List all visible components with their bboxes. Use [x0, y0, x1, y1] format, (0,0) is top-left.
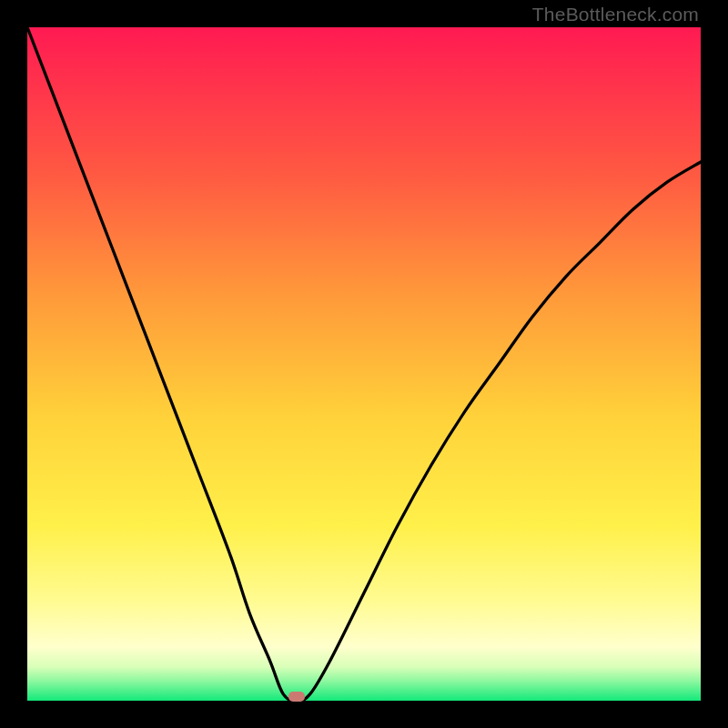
watermark-text: TheBottleneck.com	[532, 4, 699, 25]
svg-rect-0	[27, 27, 701, 701]
plot-background-gradient	[27, 27, 701, 701]
minimum-marker	[288, 692, 305, 702]
plot-frame	[27, 27, 701, 701]
